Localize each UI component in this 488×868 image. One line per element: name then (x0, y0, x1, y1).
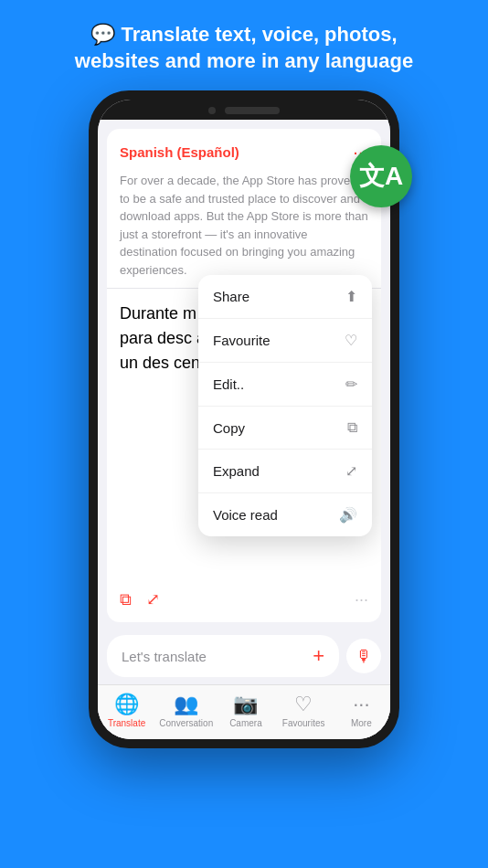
bottom-navigation: 🌐 Translate 👥 Conversation 📷 Camera ♡ Fa… (98, 684, 390, 739)
microphone-button[interactable]: 🎙 (346, 639, 381, 673)
nav-item-conversation[interactable]: 👥 Conversation (159, 693, 213, 728)
conversation-nav-label: Conversation (159, 718, 213, 728)
context-menu: Share ⬆ Favourite ♡ Edit.. ✏ (198, 275, 372, 536)
camera-nav-icon: 📷 (233, 693, 258, 716)
copy-menu-icon: ⧉ (347, 419, 357, 436)
favourite-icon: ♡ (345, 332, 357, 349)
menu-item-expand[interactable]: Expand ⤢ (198, 450, 372, 493)
share-icon: ⬆ (345, 288, 357, 305)
expand-menu-icon: ⤢ (345, 462, 357, 480)
phone-screen: Spanish (Español) ··· For over a decade,… (98, 100, 390, 739)
context-menu-overlay: Share ⬆ Favourite ♡ Edit.. ✏ (107, 129, 381, 622)
menu-share-label: Share (213, 289, 249, 304)
screen-content: Spanish (Español) ··· For over a decade,… (98, 120, 390, 739)
translation-card: Spanish (Español) ··· For over a decade,… (107, 129, 381, 622)
translate-icon: 文A (359, 159, 403, 194)
more-nav-icon: ··· (353, 693, 369, 716)
camera-dot (208, 107, 216, 114)
app-icon-badge: 文A (350, 145, 412, 207)
phone-notch (98, 100, 390, 120)
menu-item-share[interactable]: Share ⬆ (198, 275, 372, 319)
more-nav-label: More (351, 718, 372, 728)
add-button[interactable]: + (313, 644, 324, 668)
favourites-nav-icon: ♡ (294, 693, 313, 716)
translate-nav-icon: 🌐 (114, 693, 139, 716)
translate-input-bar[interactable]: Let's translate + (107, 635, 339, 677)
nav-item-favourites[interactable]: ♡ Favourites (279, 693, 329, 728)
menu-voice-read-label: Voice read (213, 507, 278, 523)
nav-item-more[interactable]: ··· More (336, 693, 387, 728)
conversation-nav-icon: 👥 (174, 693, 198, 716)
header-line2: websites and more in any language (75, 49, 413, 72)
input-area: Let's translate + 🎙 (98, 628, 390, 684)
header-text: 💬 Translate text, voice, photos, website… (48, 0, 440, 90)
favourites-nav-label: Favourites (282, 718, 325, 728)
menu-item-edit[interactable]: Edit.. ✏ (198, 363, 372, 407)
microphone-icon: 🎙 (355, 647, 372, 666)
translate-nav-label: Translate (108, 718, 145, 728)
menu-edit-label: Edit.. (213, 376, 244, 392)
speaker-bar (225, 107, 280, 114)
menu-item-copy[interactable]: Copy ⧉ (198, 407, 372, 450)
menu-item-favourite[interactable]: Favourite ♡ (198, 319, 372, 363)
menu-favourite-label: Favourite (213, 333, 271, 348)
menu-item-voice-read[interactable]: Voice read 🔊 (198, 493, 372, 536)
chat-icon: 💬 (90, 23, 115, 46)
voice-read-icon: 🔊 (339, 506, 357, 524)
menu-expand-label: Expand (213, 463, 260, 479)
phone-mockup: 文A Spanish (Español) ··· For over a deca… (89, 90, 399, 748)
input-placeholder: Let's translate (122, 649, 207, 664)
nav-item-translate[interactable]: 🌐 Translate (101, 693, 152, 728)
menu-copy-label: Copy (213, 420, 245, 436)
camera-nav-label: Camera (229, 718, 262, 728)
nav-item-camera[interactable]: 📷 Camera (220, 693, 271, 728)
edit-icon: ✏ (345, 376, 357, 393)
header-line1: Translate text, voice, photos, (122, 23, 398, 46)
